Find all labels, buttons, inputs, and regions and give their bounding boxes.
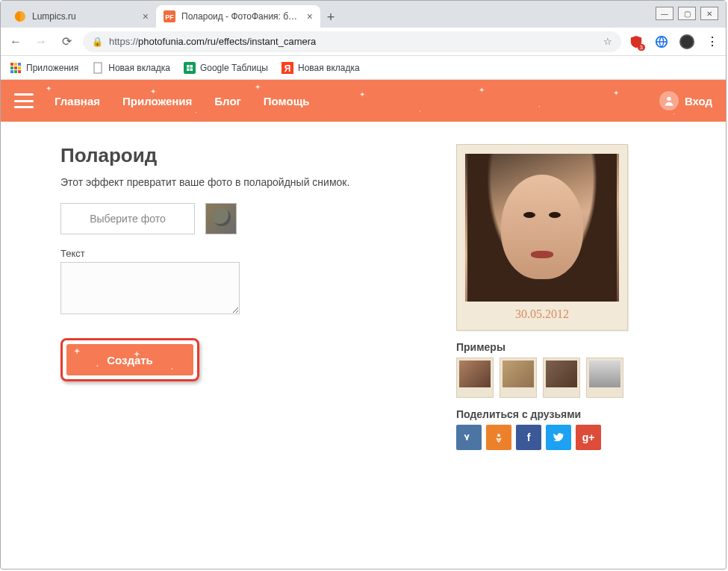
tab-close-icon[interactable]: × — [307, 10, 313, 22]
photo-thumbnail[interactable] — [205, 203, 237, 234]
example-thumb[interactable] — [543, 358, 580, 398]
svg-rect-10 — [14, 66, 17, 69]
examples-heading: Примеры — [456, 341, 650, 353]
social-buttons: f g+ — [456, 425, 650, 450]
hamburger-menu[interactable] — [14, 93, 34, 108]
effect-description: Этот эффект превратит ваше фото в поларо… — [60, 176, 419, 188]
minimize-button[interactable]: — — [656, 7, 673, 20]
profile-avatar[interactable] — [679, 34, 694, 49]
photo-picker-row: Выберите фото — [60, 203, 419, 234]
bookmark-label: Приложения — [26, 63, 78, 73]
choose-photo-button[interactable]: Выберите фото — [60, 203, 195, 234]
close-window-button[interactable]: ✕ — [700, 7, 718, 20]
nav-links: Главная Приложения Блог Помощь — [55, 95, 310, 107]
tab-title: Полароид - ФотоФания: беспла — [181, 11, 301, 22]
svg-text:Я: Я — [284, 63, 291, 74]
url-text: photofunia.com/ru/effects/instant_camera — [138, 36, 316, 47]
example-thumb[interactable] — [456, 358, 494, 398]
reload-button[interactable]: ⟳ — [57, 33, 75, 51]
bookmarks-bar: Приложения Новая вкладка Google Таблицы … — [1, 56, 726, 80]
site-header: ✦· ✦· ✦· ✦· ✦· ✦· Главная Приложения Бло… — [1, 80, 726, 122]
main-column: Полароид Этот эффект превратит ваше фото… — [60, 144, 419, 450]
window-controls: — ▢ ✕ — [656, 7, 718, 20]
share-vk-button[interactable] — [456, 425, 482, 450]
nav-apps[interactable]: Приложения — [122, 95, 192, 107]
preview-photo — [465, 154, 619, 302]
back-button[interactable]: ← — [7, 33, 25, 51]
svg-rect-11 — [18, 66, 21, 69]
apps-grid-icon — [10, 62, 22, 74]
svg-point-23 — [497, 434, 500, 437]
menu-icon[interactable]: ⋮ — [705, 34, 720, 49]
apps-shortcut[interactable]: Приложения — [10, 62, 78, 74]
bookmark-item[interactable]: Google Таблицы — [184, 62, 268, 74]
extension-icon[interactable] — [654, 34, 669, 49]
svg-rect-6 — [10, 63, 13, 66]
toolbar-icons: 3 ⋮ — [629, 34, 720, 49]
go-button-highlight: ✦· ✦· Создать — [60, 338, 199, 381]
bookmark-label: Новая вкладка — [298, 63, 360, 73]
nav-help[interactable]: Помощь — [264, 95, 310, 107]
forward-button[interactable]: → — [32, 33, 50, 51]
share-fb-button[interactable]: f — [516, 425, 541, 450]
svg-rect-15 — [94, 63, 102, 73]
page-icon — [92, 62, 104, 74]
bookmark-item[interactable]: Я Новая вкладка — [281, 62, 360, 74]
login-label: Вход — [685, 95, 712, 107]
maximize-button[interactable]: ▢ — [678, 7, 696, 20]
bookmark-label: Google Таблицы — [200, 63, 268, 73]
tab-bar: Lumpics.ru × PF Полароид - ФотоФания: бе… — [1, 1, 726, 28]
caption-input[interactable] — [60, 262, 240, 314]
share-heading: Поделиться с друзьями — [456, 408, 650, 420]
tab-lumpics[interactable]: Lumpics.ru × — [7, 5, 156, 28]
svg-point-22 — [667, 97, 671, 101]
new-tab-button[interactable]: + — [320, 7, 341, 28]
go-button[interactable]: ✦· ✦· Создать — [66, 344, 193, 375]
yandex-icon: Я — [281, 62, 293, 74]
example-thumb[interactable] — [500, 358, 537, 398]
example-thumb[interactable] — [586, 358, 623, 398]
bookmark-item[interactable]: Новая вкладка — [92, 62, 170, 74]
svg-rect-9 — [10, 66, 13, 69]
bookmark-label: Новая вкладка — [108, 63, 170, 73]
page-title: Полароид — [60, 144, 419, 167]
lock-icon: 🔒 — [92, 37, 103, 47]
user-icon — [659, 91, 679, 110]
nav-home[interactable]: Главная — [55, 95, 100, 107]
svg-text:PF: PF — [165, 13, 174, 21]
share-tw-button[interactable] — [546, 425, 571, 450]
star-icon[interactable]: ☆ — [603, 36, 612, 47]
svg-rect-14 — [18, 70, 21, 73]
svg-rect-7 — [14, 63, 17, 66]
tab-close-icon[interactable]: × — [143, 10, 149, 22]
svg-rect-8 — [18, 63, 21, 66]
text-field-label: Текст — [60, 248, 419, 259]
ublock-icon[interactable]: 3 — [629, 34, 644, 49]
preview-date: 30.05.2012 — [515, 308, 569, 321]
tab-title: Lumpics.ru — [32, 11, 137, 22]
effect-preview[interactable]: 30.05.2012 — [456, 144, 628, 331]
page-content: Полароид Этот эффект превратит ваше фото… — [1, 122, 726, 450]
lumpics-favicon-icon — [14, 10, 26, 22]
go-button-label: Создать — [107, 354, 153, 366]
sheets-icon — [184, 62, 196, 74]
tab-photofunia[interactable]: PF Полароид - ФотоФания: беспла × — [156, 5, 320, 28]
share-gplus-button[interactable]: g+ — [576, 425, 601, 450]
url-input[interactable]: 🔒 https://photofunia.com/ru/effects/inst… — [83, 31, 621, 52]
ublock-badge: 3 — [638, 44, 645, 51]
login-link[interactable]: Вход — [659, 91, 712, 110]
svg-rect-13 — [14, 70, 17, 73]
browser-window: — ▢ ✕ Lumpics.ru × PF Полароид - ФотоФан… — [0, 0, 727, 570]
nav-blog[interactable]: Блог — [214, 95, 241, 107]
share-ok-button[interactable] — [486, 425, 511, 450]
url-protocol: https:// — [109, 36, 138, 47]
examples-row — [456, 358, 650, 398]
svg-point-5 — [681, 36, 693, 48]
photofunia-favicon-icon: PF — [164, 10, 175, 22]
sidebar-column: 30.05.2012 Примеры Поделиться с друзьями… — [456, 144, 650, 450]
svg-rect-12 — [10, 70, 13, 73]
address-bar: ← → ⟳ 🔒 https://photofunia.com/ru/effect… — [1, 28, 726, 56]
